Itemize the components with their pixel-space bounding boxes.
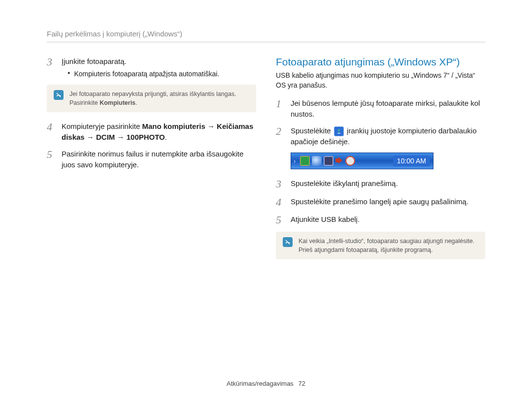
step-number: 3 [276,178,285,190]
step-text: Jei būsenos lemputė jūsų fotoaparate mir… [291,98,485,120]
taskbar-monitor-icon [324,156,333,166]
right-step-2: 2 Spustelėkite įrankių juostoje kompiute… [276,125,485,147]
step2-pre: Spustelėkite [291,126,333,135]
note-icon [283,237,293,247]
taskbar-volume-icon [335,157,343,165]
right-step-5: 5 Atjunkite USB kabelį. [276,214,485,226]
taskbar-safely-remove-icon [300,156,310,166]
note-box-1: Jei fotoaparato nepavyksta prijungti, at… [47,85,256,112]
step-body: Įjunkite fotoaparatą. Kompiuteris fotoap… [62,56,256,79]
right-step-1: 1 Jei būsenos lemputė jūsų fotoaparate m… [276,98,485,120]
step-number: 1 [276,98,285,110]
left-step-5: 5 Pasirinkite norimus failus ir nutempki… [47,149,256,170]
note-text: Kai veikia „Intelli-studio“, fotoaparato… [299,237,478,254]
step-number: 2 [276,125,285,137]
step-text: Spustelėkite pranešimo langelį apie saug… [291,196,485,207]
section-subtitle: USB kabelio atjungimas nuo kompiuterio s… [276,71,485,90]
left-column: 3 Įjunkite fotoaparatą. Kompiuteris foto… [47,56,256,268]
note-box-2: Kai veikia „Intelli-studio“, fotoaparato… [276,232,485,259]
taskbar-antivirus-icon [345,156,355,166]
note-text-bold: Kompiuteris [100,99,135,106]
content-columns: 3 Įjunkite fotoaparatą. Kompiuteris foto… [47,56,485,268]
bullet-item: Kompiuteris fotoaparatą atpažįsta automa… [67,69,256,79]
left-step-4: 4 Kompiuteryje pasirinkite Mano kompiute… [47,121,256,143]
step4-post: . [165,133,167,141]
taskbar-network-icon [312,156,322,166]
step-text: Pasirinkite norimus failus ir nutempkite… [62,149,256,170]
step-number: 3 [47,56,56,68]
step-number: 4 [276,196,285,208]
bullet-text: Kompiuteris fotoaparatą atpažįsta automa… [74,69,219,79]
step4-pre: Kompiuteryje pasirinkite [62,122,142,130]
safely-remove-hardware-icon [334,126,344,136]
right-step-4: 4 Spustelėkite pranešimo langelį apie sa… [276,196,485,208]
note-text-a: Jei fotoaparato nepavyksta prijungti, at… [69,91,236,106]
step-number: 4 [47,121,56,133]
section-title: Fotoaparato atjungimas („Windows XP“) [276,56,485,68]
taskbar-clock: 10:00 AM [393,155,430,166]
note-text-c: . [135,99,137,106]
right-column: Fotoaparato atjungimas („Windows XP“) US… [276,56,485,268]
step-text: Atjunkite USB kabelį. [291,214,485,225]
note-icon [54,90,64,100]
page-header: Failų perkėlimas į kompiuterį („Windows“… [47,30,485,42]
step-body: Kompiuteryje pasirinkite Mano kompiuteri… [62,121,256,143]
note-text: Jei fotoaparato nepavyksta prijungti, at… [69,90,249,107]
page-footer: Atkūrimas/redagavimas 72 [0,380,532,387]
step-text: Spustelėkite iškylantį pranešimą. [291,178,485,189]
taskbar-chevron-icon: › [291,153,298,169]
footer-section: Atkūrimas/redagavimas [227,380,294,387]
footer-page-number: 72 [298,380,305,387]
left-step-3: 3 Įjunkite fotoaparatą. Kompiuteris foto… [47,56,256,79]
step-number: 5 [276,214,285,226]
step-number: 5 [47,149,56,160]
step-text: Įjunkite fotoaparatą. [62,57,127,65]
step-body: Spustelėkite įrankių juostoje kompiuteri… [291,125,485,147]
right-step-3: 3 Spustelėkite iškylantį pranešimą. [276,178,485,190]
svg-rect-0 [337,133,340,134]
taskbar-screenshot: › 10:00 AM [291,153,433,169]
